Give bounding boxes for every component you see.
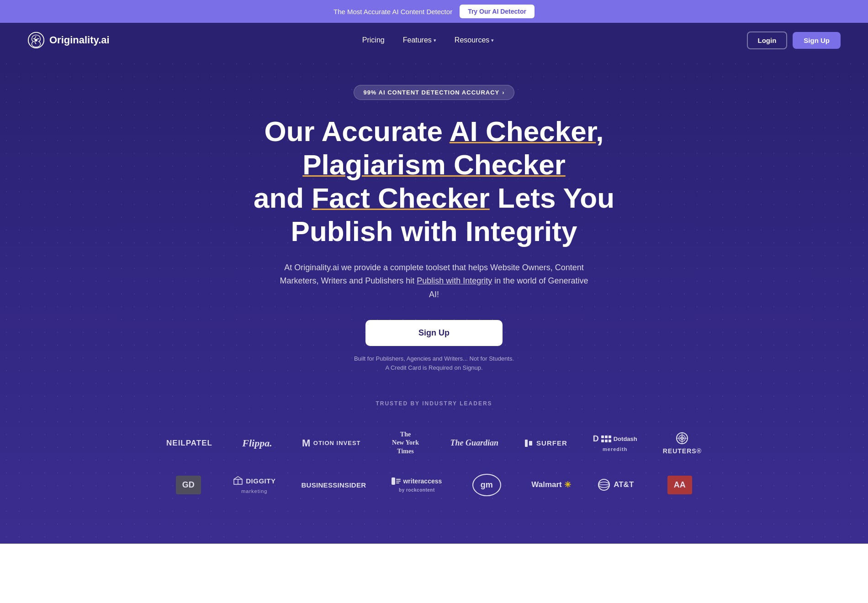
logo-att: AT&T (584, 471, 648, 498)
features-chevron-icon: ▾ (434, 37, 436, 43)
svg-rect-4 (601, 435, 604, 438)
logo-reuters: REUTERS® (650, 424, 715, 462)
nav-pricing[interactable]: Pricing (355, 32, 392, 48)
top-banner: The Most Accurate AI Content Detector Tr… (0, 0, 868, 23)
svg-rect-9 (609, 440, 611, 442)
surfer-icon (524, 439, 533, 448)
fact-checker-link[interactable]: Fact Checker (312, 182, 489, 214)
banner-text: The Most Accurate AI Content Detector (333, 8, 452, 16)
logo-gm: gm (455, 467, 519, 503)
logo-flippa: Flippa. (225, 430, 289, 456)
diggity-icon (233, 476, 243, 486)
logo-guardian: The Guardian (438, 431, 512, 455)
logo-motioninvest: M OTION INVEST (289, 430, 374, 456)
logos-row-1: NEILPATEL Flippa. M OTION INVEST TheNew … (18, 423, 850, 463)
resources-chevron-icon: ▾ (491, 37, 494, 43)
logo-surfer: SURFER (511, 431, 580, 455)
logo-dotdash: D Dotdash meredith (580, 427, 650, 459)
plagiarism-checker-link[interactable]: Plagiarism Checker (302, 149, 566, 180)
logo-nyt: TheNew YorkTimes (374, 423, 438, 463)
svg-rect-2 (525, 440, 528, 447)
trusted-label: TRUSTED BY INDUSTRY LEADERS (376, 400, 492, 407)
svg-rect-3 (529, 441, 532, 446)
svg-rect-18 (392, 477, 395, 485)
svg-rect-20 (396, 481, 401, 482)
logo-text: Originality.ai (49, 34, 110, 46)
hero-title: Our Accurate AI Checker, Plagiarism Chec… (228, 115, 640, 248)
hero-title-plain3: and (254, 182, 312, 214)
fine-print-line2: A Credit Card is Required on Signup. (354, 363, 514, 373)
accuracy-badge[interactable]: 99% AI CONTENT DETECTION ACCURACY › (354, 85, 514, 100)
hero-title-plain2: , (596, 115, 603, 147)
fine-print-line1: Built for Publishers, Agencies and Write… (354, 354, 514, 364)
att-icon (598, 478, 610, 491)
signup-button-nav[interactable]: Sign Up (793, 32, 841, 49)
nav-links: Pricing Features ▾ Resources ▾ (355, 32, 502, 48)
white-section (0, 544, 868, 603)
svg-rect-8 (605, 440, 608, 442)
logo-diggity: DIGGITY marketing (220, 468, 288, 501)
reuters-icon (673, 431, 691, 445)
hero-title-plain1: Our Accurate (264, 115, 449, 147)
svg-rect-5 (605, 435, 608, 438)
badge-arrow-icon: › (502, 89, 504, 96)
logo-aa: AA (648, 468, 712, 502)
svg-rect-21 (396, 482, 399, 483)
logo-link[interactable]: Originality.ai (27, 31, 110, 49)
svg-rect-7 (601, 440, 604, 442)
hero-signup-button[interactable]: Sign Up (365, 320, 503, 346)
logo-writeraccess: writeraccess by rockcontent (379, 470, 455, 500)
logos-row-2: GD DIGGITY marketing BUSINESS INSIDER wr… (18, 467, 850, 503)
ai-checker-link[interactable]: AI Checker (450, 115, 596, 147)
badge-text: 99% AI CONTENT DETECTION ACCURACY (363, 89, 499, 96)
hero-section: 99% AI CONTENT DETECTION ACCURACY › Our … (0, 58, 868, 544)
navigation: Originality.ai Pricing Features ▾ Resour… (0, 23, 868, 58)
publish-integrity-link[interactable]: Publish with Integrity (417, 276, 492, 285)
logo-icon (27, 31, 45, 49)
nav-features[interactable]: Features ▾ (396, 32, 444, 48)
svg-rect-6 (609, 435, 611, 438)
try-ai-detector-button[interactable]: Try Our AI Detector (460, 5, 535, 18)
hero-subtitle: At Originality.ai we provide a complete … (274, 261, 594, 302)
logo-gd: GD (156, 468, 220, 502)
fine-print: Built for Publishers, Agencies and Write… (354, 354, 514, 373)
logo-neilpatel: NEILPATEL (153, 431, 225, 455)
nav-actions: Login Sign Up (747, 31, 841, 49)
dotdash-grid-icon (601, 435, 611, 443)
login-button[interactable]: Login (747, 31, 788, 49)
svg-rect-19 (396, 479, 401, 480)
logo-walmart: Walmart ✳ (519, 472, 583, 497)
writeraccess-icon (392, 477, 401, 485)
logo-bizinsider: BUSINESS INSIDER (288, 473, 379, 497)
nav-resources[interactable]: Resources ▾ (447, 32, 501, 48)
